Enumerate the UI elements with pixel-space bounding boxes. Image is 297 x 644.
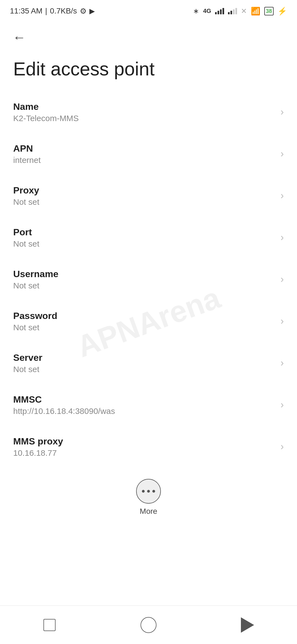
signal-bars-2 xyxy=(228,8,237,14)
settings-item-proxy-label: Proxy xyxy=(13,185,275,196)
settings-item-apn[interactable]: APN internet › xyxy=(0,133,297,175)
wifi-icon: 📶 xyxy=(251,7,260,16)
settings-item-server-label: Server xyxy=(13,352,275,363)
settings-item-name-value: K2-Telecom-MMS xyxy=(13,114,275,123)
settings-item-mmsc-label: MMSC xyxy=(13,394,275,405)
status-left: 11:35 AM | 0.7KB/s ⚙ ▶ xyxy=(10,7,95,16)
settings-item-mmsc-value: http://10.16.18.4:38090/was xyxy=(13,406,275,416)
home-icon xyxy=(141,617,156,633)
settings-item-proxy-value: Not set xyxy=(13,197,275,207)
settings-item-proxy[interactable]: Proxy Not set › xyxy=(0,175,297,217)
settings-item-username[interactable]: Username Not set › xyxy=(0,259,297,301)
signal-bars-1 xyxy=(215,8,224,14)
settings-list: Name K2-Telecom-MMS › APN internet › Pro… xyxy=(0,91,297,468)
nav-recents-button[interactable] xyxy=(33,614,66,636)
settings-item-apn-content: APN internet xyxy=(13,143,275,165)
back-icon xyxy=(241,617,254,633)
status-right: ∗ 4G ✕ 📶 38 ⚡ xyxy=(193,7,287,16)
charging-icon: ⚡ xyxy=(277,7,287,16)
settings-item-mms-proxy-content: MMS proxy 10.16.18.77 xyxy=(13,436,275,458)
nav-back-button[interactable] xyxy=(231,614,264,636)
nav-bar xyxy=(0,605,297,644)
chevron-right-icon: › xyxy=(280,274,284,285)
settings-item-mmsc-content: MMSC http://10.16.18.4:38090/was xyxy=(13,394,275,416)
settings-item-server-value: Not set xyxy=(13,365,275,374)
settings-item-port-label: Port xyxy=(13,227,275,238)
more-dots-icon xyxy=(142,490,155,493)
settings-item-mms-proxy-label: MMS proxy xyxy=(13,436,275,447)
settings-item-password-content: Password Not set xyxy=(13,310,275,332)
chevron-right-icon: › xyxy=(280,357,284,369)
settings-item-name-label: Name xyxy=(13,101,275,112)
chevron-right-icon: › xyxy=(280,148,284,160)
settings-item-mms-proxy[interactable]: MMS proxy 10.16.18.77 › xyxy=(0,426,297,468)
separator: | xyxy=(45,7,47,15)
more-button[interactable] xyxy=(136,479,161,504)
settings-item-username-value: Not set xyxy=(13,281,275,290)
back-arrow-icon: ← xyxy=(13,31,26,44)
back-row: ← xyxy=(0,20,297,50)
settings-item-port[interactable]: Port Not set › xyxy=(0,217,297,259)
settings-item-mmsc[interactable]: MMSC http://10.16.18.4:38090/was › xyxy=(0,384,297,426)
settings-item-port-value: Not set xyxy=(13,239,275,249)
settings-item-name[interactable]: Name K2-Telecom-MMS › xyxy=(0,91,297,133)
chevron-right-icon: › xyxy=(280,315,284,327)
battery-icon: 38 xyxy=(264,7,274,15)
bluetooth-icon: ∗ xyxy=(193,7,199,15)
settings-item-password-value: Not set xyxy=(13,323,275,332)
nav-home-button[interactable] xyxy=(132,614,165,636)
chevron-right-icon: › xyxy=(280,190,284,201)
chevron-right-icon: › xyxy=(280,232,284,243)
time-label: 11:35 AM xyxy=(10,7,42,15)
settings-item-server[interactable]: Server Not set › xyxy=(0,342,297,384)
settings-item-server-content: Server Not set xyxy=(13,352,275,374)
chevron-right-icon: › xyxy=(280,399,284,411)
video-icon: ▶ xyxy=(89,7,95,15)
settings-item-port-content: Port Not set xyxy=(13,227,275,249)
settings-item-apn-label: APN xyxy=(13,143,275,154)
page-title: Edit access point xyxy=(0,50,297,91)
settings-item-mms-proxy-value: 10.16.18.77 xyxy=(13,448,275,458)
network-4g-icon: 4G xyxy=(203,7,211,15)
settings-item-username-content: Username Not set xyxy=(13,269,275,290)
settings-icon: ⚙ xyxy=(80,7,87,16)
settings-item-password-label: Password xyxy=(13,310,275,321)
settings-item-username-label: Username xyxy=(13,269,275,279)
settings-item-password[interactable]: Password Not set › xyxy=(0,301,297,342)
no-signal-icon: ✕ xyxy=(241,7,247,15)
status-bar: 11:35 AM | 0.7KB/s ⚙ ▶ ∗ 4G ✕ 📶 38 ⚡ xyxy=(0,0,297,20)
recents-icon xyxy=(43,619,56,631)
settings-item-name-content: Name K2-Telecom-MMS xyxy=(13,101,275,123)
speed-label: 0.7KB/s xyxy=(50,7,77,15)
back-button[interactable]: ← xyxy=(10,28,29,47)
chevron-right-icon: › xyxy=(280,106,284,118)
settings-item-apn-value: internet xyxy=(13,155,275,165)
chevron-right-icon: › xyxy=(280,441,284,452)
more-section: More xyxy=(0,468,297,524)
more-label: More xyxy=(140,507,157,516)
settings-item-proxy-content: Proxy Not set xyxy=(13,185,275,207)
